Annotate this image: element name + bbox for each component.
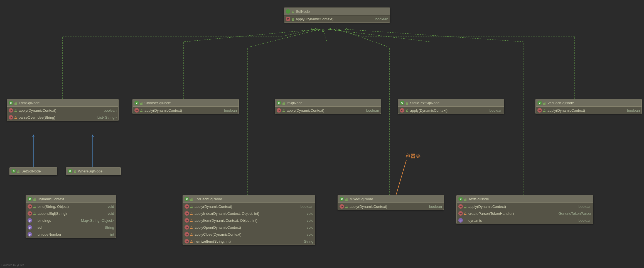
method-icon: m xyxy=(537,108,542,113)
member-type: Map<String, Object> xyxy=(77,218,114,223)
node-header[interactable]: CStaticTextSqlNode xyxy=(398,99,504,107)
private-lock-icon xyxy=(190,212,193,215)
member-name: parseOverrides(String) xyxy=(19,115,55,120)
public-unlock-icon xyxy=(14,101,17,104)
private-lock-icon xyxy=(14,116,17,119)
method-icon: m xyxy=(185,218,189,223)
member-type: boolean xyxy=(425,204,442,209)
class-icon: C xyxy=(537,101,542,105)
public-unlock-icon xyxy=(345,205,348,208)
member-row[interactable]: mapply(DynamicContext)boolean xyxy=(536,107,641,114)
member-row[interactable]: mcreateParser(TokenHandler)GenericTokenP… xyxy=(457,210,593,217)
class-node-vardeclsqlnode[interactable]: CVarDeclSqlNodemapply(DynamicContext)boo… xyxy=(535,99,642,114)
method-icon: m xyxy=(134,108,139,113)
method-icon: m xyxy=(458,211,463,216)
node-header[interactable]: CTextSqlNode xyxy=(457,195,593,203)
node-title: TrimSqlNode xyxy=(19,101,40,105)
member-name: apply(DynamicContext) xyxy=(547,108,585,113)
member-row[interactable]: pdynamicboolean xyxy=(457,217,593,224)
class-node-setsqlnode[interactable]: CSetSqlNode xyxy=(9,167,57,175)
class-icon: C xyxy=(68,169,72,173)
node-header[interactable]: CVarDeclSqlNode xyxy=(536,99,641,107)
node-header[interactable]: CWhereSqlNode xyxy=(66,167,121,175)
member-row[interactable]: mapply(DynamicContext)boolean xyxy=(133,107,239,114)
public-unlock-icon xyxy=(17,170,20,172)
method-icon: m xyxy=(185,225,189,230)
member-row[interactable]: mapply(DynamicContext)boolean xyxy=(284,15,390,22)
class-node-foreachsqlnode[interactable]: CForEachSqlNodemapply(DynamicContext)boo… xyxy=(183,195,315,245)
node-header[interactable]: CDynamicContext xyxy=(26,195,116,203)
public-unlock-icon xyxy=(33,198,36,200)
member-row[interactable]: pbindingsMap<String, Object> xyxy=(26,217,116,224)
class-node-statictextsqlnode[interactable]: CStaticTextSqlNodemapply(DynamicContext)… xyxy=(398,99,504,114)
class-node-wheresqlnode[interactable]: CWhereSqlNode xyxy=(66,167,121,175)
class-node-choosesqlnode[interactable]: CChooseSqlNodemapply(DynamicContext)bool… xyxy=(132,99,239,114)
member-row[interactable]: mapply(DynamicContext)boolean xyxy=(398,107,504,114)
private-lock-icon xyxy=(190,233,193,236)
node-header[interactable]: CTrimSqlNode xyxy=(7,99,118,107)
method-icon: m xyxy=(400,108,404,113)
member-name: apply(DynamicContext) xyxy=(410,108,448,113)
member-name: appendSql(String) xyxy=(38,211,67,216)
member-row[interactable]: mparseOverrides(String)List<String> xyxy=(7,114,118,121)
member-row[interactable]: mapply(DynamicContext)boolean xyxy=(338,203,444,210)
member-name: apply(DynamicContext) xyxy=(468,204,506,209)
class-node-ifsqlnode[interactable]: CIfSqlNodemapply(DynamicContext)boolean xyxy=(275,99,381,114)
member-row[interactable]: mitemizeItem(String, int)String xyxy=(183,238,315,245)
footer-text: Powered by yFiles xyxy=(1,264,24,267)
public-unlock-icon xyxy=(73,170,76,172)
node-header[interactable]: CIfSqlNode xyxy=(275,99,381,107)
node-title: TextSqlNode xyxy=(468,197,489,201)
member-type: void xyxy=(303,225,313,230)
member-type: boolean xyxy=(575,204,591,209)
node-header[interactable]: CMixedSqlNode xyxy=(338,195,444,203)
public-unlock-icon xyxy=(291,10,294,13)
private-lock-icon xyxy=(190,240,193,243)
member-row[interactable]: mapplyIndex(DynamicContext, Object, int)… xyxy=(183,210,315,217)
class-node-textsqlnode[interactable]: CTextSqlNodemapply(DynamicContext)boolea… xyxy=(456,195,593,224)
member-row[interactable]: mapplyOpen(DynamicContext)void xyxy=(183,224,315,231)
class-node-mixedsqlnode[interactable]: CMixedSqlNodemapply(DynamicContext)boole… xyxy=(338,195,444,210)
member-row[interactable]: psqlString xyxy=(26,224,116,231)
member-row[interactable]: puniqueNumberint xyxy=(26,231,116,238)
member-type: boolean xyxy=(623,108,640,113)
member-name: applyIndex(DynamicContext, Object, int) xyxy=(195,211,259,216)
class-node-trimsqlnode[interactable]: CTrimSqlNodemapply(DynamicContext)boolea… xyxy=(7,99,119,121)
public-unlock-icon xyxy=(140,109,143,112)
member-name: createParser(TokenHandler) xyxy=(468,211,514,216)
member-row[interactable]: mapply(DynamicContext)boolean xyxy=(457,203,593,210)
public-unlock-icon xyxy=(140,101,143,104)
method-icon: m xyxy=(185,232,189,237)
member-row[interactable]: mapply(DynamicContext)boolean xyxy=(7,107,118,114)
member-row[interactable]: mapply(DynamicContext)boolean xyxy=(183,203,315,210)
node-title: IfSqlNode xyxy=(287,101,303,105)
class-icon: C xyxy=(11,169,16,173)
method-icon: m xyxy=(340,204,344,209)
node-header[interactable]: CChooseSqlNode xyxy=(133,99,239,107)
class-node-dynamiccontext[interactable]: CDynamicContextmbind(String, Object)void… xyxy=(26,195,116,238)
public-unlock-icon xyxy=(282,109,285,112)
member-name: apply(DynamicContext) xyxy=(287,108,324,113)
node-title: WhereSqlNode xyxy=(78,169,102,173)
member-row[interactable]: mbind(String, Object)void xyxy=(26,203,116,210)
node-title: ForEachSqlNode xyxy=(195,197,222,201)
property-icon: p xyxy=(28,218,32,223)
method-icon: m xyxy=(458,204,463,209)
public-unlock-icon xyxy=(543,101,546,104)
member-name: dynamic xyxy=(468,218,482,223)
node-header[interactable]: CForEachSqlNode xyxy=(183,195,315,203)
node-header[interactable]: CSetSqlNode xyxy=(10,167,57,175)
class-node-sqlnode[interactable]: ISqlNodemapply(DynamicContext)boolean xyxy=(284,8,390,23)
class-icon: C xyxy=(458,197,463,201)
member-type: void xyxy=(303,232,313,237)
method-icon: m xyxy=(185,211,189,216)
member-row[interactable]: mapplyClose(DynamicContext)void xyxy=(183,231,315,238)
member-row[interactable]: mappendSql(String)void xyxy=(26,210,116,217)
member-type: boolean xyxy=(220,108,237,113)
node-header[interactable]: ISqlNode xyxy=(284,8,390,15)
node-title: MixedSqlNode xyxy=(350,197,373,201)
member-row[interactable]: mapply(DynamicContext)boolean xyxy=(275,107,381,114)
member-row[interactable]: mapplyItem(DynamicContext, Object, int)v… xyxy=(183,217,315,224)
node-title: VarDeclSqlNode xyxy=(547,101,574,105)
private-lock-icon xyxy=(190,226,193,229)
